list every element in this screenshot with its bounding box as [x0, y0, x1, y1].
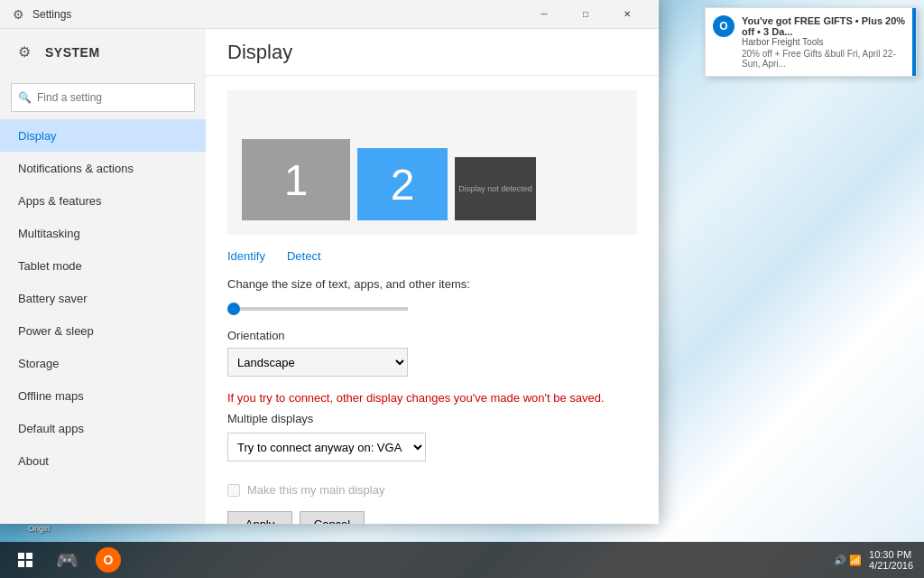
main-content-area: Display 1 2 Display not detected Identif…: [206, 29, 659, 524]
monitor-2[interactable]: 2: [357, 148, 448, 220]
main-display-checkbox-label: Make this my main display: [247, 483, 384, 497]
search-icon: 🔍: [18, 91, 32, 104]
action-buttons-row: Apply Cancel: [227, 511, 637, 524]
main-display-checkbox-row: Make this my main display: [227, 483, 637, 497]
sidebar: ⚙ SYSTEM 🔍 Display Notifications & actio…: [0, 29, 206, 524]
search-wrapper: 🔍: [11, 83, 195, 112]
clock[interactable]: 10:30 PM4/21/2016: [869, 549, 913, 571]
settings-window: ⚙ Settings ─ □ ✕ ⚙ SYSTEM 🔍 Display: [0, 0, 659, 524]
origin-taskbar-icon: O: [96, 547, 121, 573]
detect-link[interactable]: Detect: [287, 249, 321, 263]
system-icon: ⚙: [18, 43, 36, 61]
svg-rect-0: [18, 553, 24, 559]
desktop-icon-label: Origin: [28, 524, 50, 533]
notification-accent-bar: [912, 8, 916, 76]
orientation-select[interactable]: Landscape Portrait: [227, 348, 408, 377]
orientation-label: Orientation: [227, 329, 637, 342]
sidebar-header: ⚙ SYSTEM: [0, 29, 206, 76]
monitor-not-detected-label: Display not detected: [455, 181, 536, 197]
svg-rect-3: [26, 561, 32, 567]
assassins-creed-taskbar-icon: 🎮: [54, 547, 79, 573]
maximize-button[interactable]: □: [565, 0, 606, 29]
main-body: 1 2 Display not detected Identify Detect…: [206, 76, 659, 524]
apply-button[interactable]: Apply: [227, 511, 292, 524]
orientation-container: Orientation Landscape Portrait: [227, 329, 637, 391]
multiple-displays-select[interactable]: Try to connect anyway on: VGA: [227, 433, 426, 461]
sidebar-item-storage[interactable]: Storage: [0, 347, 206, 379]
sidebar-item-offline-maps[interactable]: Offline maps: [0, 379, 206, 412]
minimize-button[interactable]: ─: [523, 0, 565, 29]
identify-link[interactable]: Identify: [227, 249, 265, 263]
warning-text: If you try to connect, other display cha…: [227, 391, 637, 405]
sidebar-item-power-sleep[interactable]: Power & sleep: [0, 314, 206, 347]
cancel-button[interactable]: Cancel: [300, 511, 365, 524]
taskbar: 🎮 O 🔊 📶 10:30 PM4/21/2016: [0, 542, 924, 578]
sidebar-item-multitasking[interactable]: Multitasking: [0, 217, 206, 249]
sidebar-item-tablet-mode[interactable]: Tablet mode: [0, 249, 206, 282]
start-button[interactable]: [4, 542, 47, 578]
system-tray-icons: 🔊 📶: [834, 555, 862, 566]
sidebar-item-apps-features[interactable]: Apps & features: [0, 184, 206, 217]
display-links-row: Identify Detect: [227, 249, 637, 263]
sidebar-header-text: SYSTEM: [45, 45, 100, 60]
monitor-3: Display not detected: [455, 157, 536, 220]
notification-app-icon: O: [713, 15, 735, 37]
notification-popup: O You've got FREE GIFTS • Plus 20% off •…: [705, 7, 917, 77]
window-titlebar: ⚙ Settings ─ □ ✕: [0, 0, 659, 29]
taskbar-pinned-apps: 🎮 O: [47, 542, 128, 578]
monitor-1[interactable]: 1: [242, 139, 350, 220]
notification-subtitle: Harbor Freight Tools: [742, 37, 909, 47]
sidebar-item-display[interactable]: Display: [0, 119, 206, 152]
svg-rect-2: [18, 561, 24, 567]
sidebar-item-default-apps[interactable]: Default apps: [0, 412, 206, 444]
taskbar-system-tray: 🔊 📶 10:30 PM4/21/2016: [834, 549, 920, 571]
scale-label: Change the size of text, apps, and other…: [227, 277, 637, 291]
taskbar-icon-origin[interactable]: O: [88, 542, 128, 578]
sidebar-item-about[interactable]: About: [0, 444, 206, 477]
scale-container: Change the size of text, apps, and other…: [227, 277, 637, 314]
notification-title: You've got FREE GIFTS • Plus 20% off • 3…: [742, 15, 909, 37]
sidebar-search-area[interactable]: 🔍: [0, 76, 206, 119]
window-body: ⚙ SYSTEM 🔍 Display Notifications & actio…: [0, 29, 659, 524]
multiple-displays-label: Multiple displays: [227, 412, 637, 425]
page-title: Display: [227, 41, 292, 64]
notification-body: 20% off + Free Gifts &bull Fri, April 22…: [742, 49, 909, 69]
search-input[interactable]: [11, 83, 195, 112]
window-controls: ─ □ ✕: [523, 0, 648, 29]
svg-rect-1: [26, 553, 32, 559]
main-display-checkbox[interactable]: [227, 484, 240, 497]
multiple-displays-dropdown-container: Try to connect anyway on: VGA: [227, 433, 637, 472]
monitors-display-area: 1 2 Display not detected: [227, 90, 637, 235]
window-title: Settings: [32, 8, 523, 21]
close-button[interactable]: ✕: [606, 0, 648, 29]
sidebar-item-battery-saver[interactable]: Battery saver: [0, 282, 206, 314]
notification-content: You've got FREE GIFTS • Plus 20% off • 3…: [742, 15, 909, 69]
sidebar-item-notifications[interactable]: Notifications & actions: [0, 152, 206, 184]
taskbar-icon-assassins-creed[interactable]: 🎮: [47, 542, 87, 578]
main-header: Display: [206, 29, 659, 76]
scale-slider[interactable]: [227, 307, 408, 311]
settings-app-icon: ⚙: [11, 7, 25, 22]
